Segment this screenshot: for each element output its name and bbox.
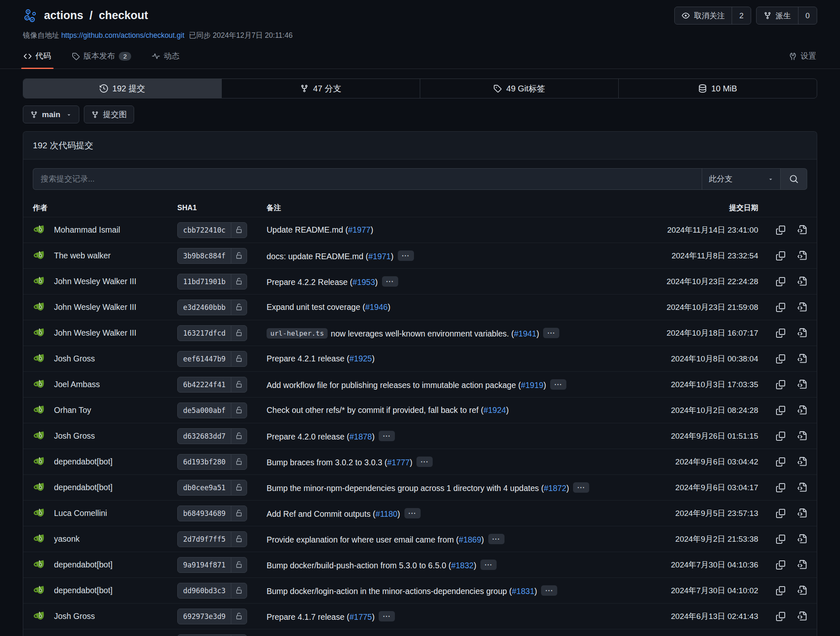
issue-link[interactable]: #1924 [483,405,506,415]
stat-tags[interactable]: 49 Git标签 [420,79,618,98]
view-file-at-commit-button[interactable] [798,431,807,441]
tab-settings[interactable]: 设置 [788,49,817,69]
view-file-at-commit-button[interactable] [798,328,807,338]
search-input[interactable] [33,168,702,190]
commit-sha[interactable]: 163217dfcd [178,326,231,341]
issue-link[interactable]: #1775 [349,612,372,621]
expand-message-button[interactable]: ··· [550,379,566,390]
branch-filter-dropdown[interactable]: 此分支 [702,168,781,190]
copy-sha-button[interactable] [776,535,785,544]
view-file-at-commit-button[interactable] [798,457,807,467]
commit-sha-button[interactable]: 3b9b8c884f [177,248,247,264]
tab-releases[interactable]: 版本发布 2 [71,49,132,69]
copy-sha-button[interactable] [776,329,785,338]
issue-link[interactable]: #1953 [353,277,375,287]
commit-sha-button[interactable]: 6d193bf280 [177,454,247,470]
commit-sha[interactable]: cbb722410c [178,223,231,238]
copy-sha-button[interactable] [776,457,785,467]
issue-link[interactable]: #1941 [514,329,536,338]
copy-sha-button[interactable] [776,560,785,570]
commit-sha-button[interactable]: eef61447b9 [177,351,247,367]
commit-sha-button[interactable]: e3d2460bbb [177,300,247,315]
issue-link[interactable]: #1925 [349,354,372,363]
branch-selector[interactable]: main [23,106,79,123]
view-file-at-commit-button[interactable] [798,405,807,415]
commit-sha-button[interactable]: 163217dfcd [177,325,247,341]
commit-sha[interactable]: eef61447b9 [178,351,231,366]
watch-count[interactable]: 2 [732,7,750,24]
commit-sha[interactable]: de5a000abf [178,403,231,418]
expand-message-button[interactable]: ··· [541,585,557,596]
view-file-at-commit-button[interactable] [798,560,807,570]
commit-sha[interactable]: d632683dd7 [178,429,231,444]
issue-link[interactable]: #1919 [521,381,543,390]
commit-sha[interactable]: 11bd71901b [178,274,231,289]
expand-message-button[interactable]: ··· [480,560,497,570]
issue-link[interactable]: #1831 [512,587,534,596]
view-file-at-commit-button[interactable] [798,586,807,595]
issue-link[interactable]: #1977 [348,225,370,234]
copy-sha-button[interactable] [776,612,785,621]
fork-count[interactable]: 0 [798,7,817,24]
view-file-at-commit-button[interactable] [798,483,807,492]
stat-commits[interactable]: 192 提交 [23,79,221,98]
copy-sha-button[interactable] [776,483,785,492]
commit-sha-button[interactable]: cbb722410c [177,222,247,238]
expand-message-button[interactable]: ··· [382,276,398,287]
issue-link[interactable]: #1869 [459,535,481,544]
commit-graph-button[interactable]: 提交图 [84,106,134,123]
fork-button-main[interactable]: 派生 [757,7,798,24]
issue-link[interactable]: #1777 [387,458,409,467]
view-file-at-commit-button[interactable] [798,302,807,312]
commit-sha-button[interactable]: 11bd71901b [177,274,247,290]
commit-sha[interactable]: dd960bd3c3 [178,583,231,598]
copy-sha-button[interactable] [776,354,785,363]
view-file-at-commit-button[interactable] [798,251,807,260]
stat-size[interactable]: 10 MiB [618,79,817,98]
commit-sha[interactable]: 2d7d9f7ff5 [178,532,231,547]
commit-sha[interactable]: 6b42224f41 [178,377,231,392]
commit-sha[interactable]: 692973e3d9 [178,609,231,624]
commit-sha[interactable]: e3d2460bbb [178,300,231,315]
expand-message-button[interactable]: ··· [404,508,421,518]
commit-sha-button[interactable]: b684934689 [177,506,247,521]
copy-sha-button[interactable] [776,226,785,235]
commit-sha[interactable]: 6ccd57f4c5 [178,635,231,636]
mirror-url-link[interactable]: https://github.com/actions/checkout.git [61,31,184,39]
copy-sha-button[interactable] [776,277,785,286]
commit-sha-button[interactable]: 6ccd57f4c5 [177,634,247,636]
repo-name-link[interactable]: checkout [99,9,148,22]
commit-sha-button[interactable]: 692973e3d9 [177,609,247,624]
view-file-at-commit-button[interactable] [798,277,807,286]
issue-link[interactable]: #1180 [375,509,397,518]
watch-button[interactable]: 取消关注 2 [674,7,751,25]
copy-sha-button[interactable] [776,432,785,441]
tab-activity[interactable]: 动态 [151,49,180,69]
commit-sha-button[interactable]: de5a000abf [177,403,247,418]
view-file-at-commit-button[interactable] [798,508,807,518]
commit-sha[interactable]: b684934689 [178,506,231,521]
search-button[interactable] [781,168,807,190]
view-file-at-commit-button[interactable] [798,354,807,363]
commit-sha-button[interactable]: 9a9194f871 [177,557,247,573]
expand-message-button[interactable]: ··· [379,611,395,621]
copy-sha-button[interactable] [776,251,785,260]
copy-sha-button[interactable] [776,586,785,595]
tab-code[interactable]: 代码 [23,49,52,69]
stat-branches[interactable]: 47 分支 [221,79,420,98]
repo-owner-link[interactable]: actions [44,9,83,22]
expand-message-button[interactable]: ··· [398,250,414,261]
watch-button-main[interactable]: 取消关注 [675,7,732,24]
issue-link[interactable]: #1946 [365,302,387,312]
commit-sha[interactable]: db0cee9a51 [178,480,231,495]
commit-sha-button[interactable]: 2d7d9f7ff5 [177,531,247,547]
view-file-at-commit-button[interactable] [798,534,807,544]
commit-sha-button[interactable]: d632683dd7 [177,428,247,444]
issue-link[interactable]: #1878 [349,432,372,441]
commit-sha-button[interactable]: 6b42224f41 [177,377,247,393]
expand-message-button[interactable]: ··· [573,482,589,493]
commit-sha-button[interactable]: dd960bd3c3 [177,583,247,599]
issue-link[interactable]: #1971 [368,252,391,261]
view-file-at-commit-button[interactable] [798,380,807,389]
commit-sha-button[interactable]: db0cee9a51 [177,480,247,496]
